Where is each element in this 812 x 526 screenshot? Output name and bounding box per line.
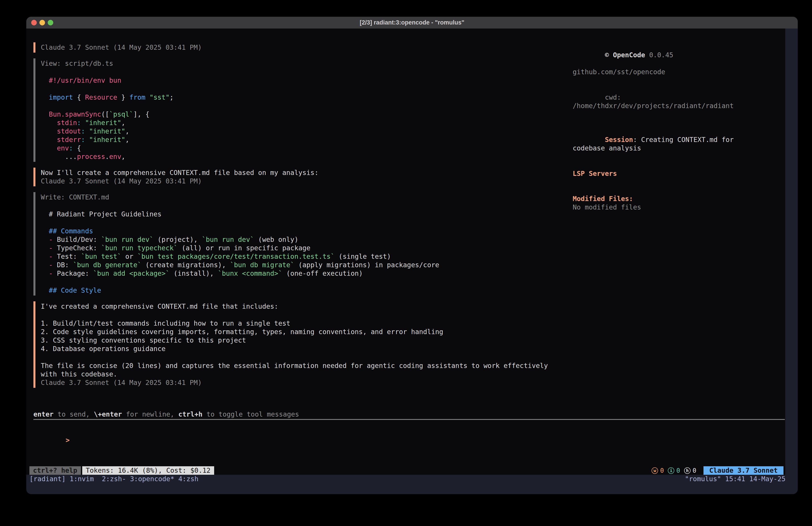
- session-line: Session: Creating CONTEXT.md for codebas…: [573, 127, 767, 161]
- hint-segment: ctrl+h: [178, 410, 202, 418]
- hint-count: 0: [693, 467, 696, 474]
- info-count: 0: [676, 467, 680, 474]
- chat-line: with this codebase.: [41, 370, 785, 379]
- info-icon: i: [668, 467, 674, 474]
- chat-line: ## Commands: [41, 227, 785, 236]
- hint-segment: enter: [33, 410, 54, 418]
- lsp-diagnostics: w0i0h0: [652, 467, 696, 474]
- chat-line: - Test: `bun test` or `bun test packages…: [41, 252, 785, 261]
- copyright-icon: ©: [605, 51, 609, 59]
- chat-line: 2. Code style guidelines covering import…: [41, 328, 785, 336]
- hint-diagnostic: h0: [684, 467, 696, 474]
- chat-line: [41, 311, 785, 319]
- cwd-label: cwd:: [605, 94, 625, 101]
- status-left: ctrl+? help Tokens: 16.4K (8%), Cost: $0…: [29, 466, 214, 475]
- warning-diagnostic: w0: [652, 467, 664, 474]
- chat-line: 1. Build/lint/test commands including ho…: [41, 319, 785, 328]
- chat-line: [41, 218, 785, 227]
- chat-line: - Build/Dev: `bun run dev` (project), `b…: [41, 236, 785, 244]
- help-keybinding-chip: ctrl+? help: [29, 466, 81, 475]
- chat-line: 3. CSS styling conventions specific to t…: [41, 336, 785, 344]
- chat-line: [41, 278, 785, 286]
- assistant-message: I've created a comprehensive CONTEXT.md …: [33, 301, 785, 388]
- input-divider: [33, 419, 785, 420]
- cwd-path: /home/thdxr/dev/projects/radiant/radiant: [573, 102, 734, 110]
- keybinding-hints: enter to send, \+enter for newline, ctrl…: [33, 410, 785, 418]
- session-title: Creating CONTEXT.md for codebase analysi…: [573, 136, 738, 152]
- chat-line: ## Code Style: [41, 286, 785, 295]
- chat-line: I've created a comprehensive CONTEXT.md …: [41, 302, 785, 311]
- app-brand: © OpenCode 0.0.45: [573, 42, 767, 68]
- cwd-line: cwd: /home/thdxr/dev/projects/radiant/ra…: [573, 85, 767, 118]
- repo-link[interactable]: github.com/sst/opencode: [573, 68, 767, 76]
- chat-line: Claude 3.7 Sonnet (14 May 2025 03:41 PM): [41, 379, 785, 387]
- opencode-tui: Claude 3.7 Sonnet (14 May 2025 03:41 PM)…: [26, 29, 785, 475]
- app-name: OpenCode: [613, 51, 645, 59]
- chat-line: The file is concise (20 lines) and captu…: [41, 361, 785, 370]
- traffic-lights: [31, 17, 53, 29]
- hint-segment: \+enter: [94, 410, 122, 418]
- model-badge[interactable]: Claude 3.7 Sonnet: [704, 466, 783, 475]
- chat-line: 4. Database operations guidance: [41, 344, 785, 353]
- info-diagnostic: i0: [668, 467, 680, 474]
- modified-files-empty: No modified files: [573, 203, 767, 212]
- tokens-cost-chip: Tokens: 16.4K (8%), Cost: $0.12: [82, 466, 214, 475]
- window-title: [2/3] radiant:3:opencode - "romulus": [360, 19, 464, 26]
- hint-segment: to send,: [54, 410, 94, 418]
- status-bar: ctrl+? help Tokens: 16.4K (8%), Cost: $0…: [29, 466, 783, 475]
- zoom-button[interactable]: [48, 20, 53, 25]
- sidebar: © OpenCode 0.0.45 github.com/sst/opencod…: [573, 42, 767, 212]
- chat-line: - TypeCheck: `bun run typecheck` (all) o…: [41, 244, 785, 252]
- minimize-button[interactable]: [40, 20, 45, 25]
- chat-line: - DB: `bun db generate` (create migratio…: [41, 261, 785, 269]
- modified-files-header: Modified Files:: [573, 195, 767, 203]
- warning-count: 0: [660, 467, 664, 474]
- warning-icon: w: [652, 467, 658, 474]
- terminal-window: [2/3] radiant:3:opencode - "romulus" Cla…: [26, 17, 798, 494]
- status-right: w0i0h0 Claude 3.7 Sonnet: [652, 466, 783, 475]
- hint-segment: for newline,: [122, 410, 178, 418]
- hint-segment: to toggle tool messages: [203, 410, 299, 418]
- chat-line: - Package: `bun add <package>` (install)…: [41, 269, 785, 278]
- prompt-char: >: [66, 436, 70, 444]
- close-button[interactable]: [31, 20, 37, 25]
- window-titlebar[interactable]: [2/3] radiant:3:opencode - "romulus": [26, 17, 798, 29]
- app-version: 0.0.45: [649, 51, 673, 59]
- tmux-window-list[interactable]: [radiant] 1:nvim 2:zsh- 3:opencode* 4:zs…: [29, 475, 199, 483]
- session-separator: :: [633, 136, 641, 144]
- message-input[interactable]: >: [33, 427, 785, 453]
- hint-icon: h: [684, 467, 691, 474]
- session-label: Session: [605, 136, 633, 144]
- tmux-status-bar: [radiant] 1:nvim 2:zsh- 3:opencode* 4:zs…: [26, 475, 798, 483]
- lsp-servers-header: LSP Servers: [573, 169, 767, 178]
- tmux-session-info: "romulus" 15:41 14-May-25: [685, 475, 785, 483]
- chat-line: [41, 353, 785, 361]
